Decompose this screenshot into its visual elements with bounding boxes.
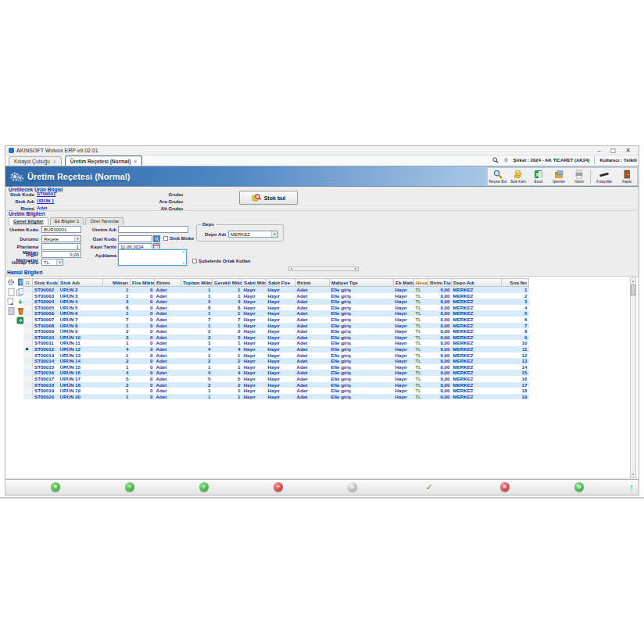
table-row[interactable]: ST00020ÜRÜN 2010Adet11HayırHayırAdetElle…: [23, 394, 529, 400]
column-header[interactable]: Ek Maliyet: [394, 279, 414, 287]
stok-adi-link[interactable]: ÜRÜN 1: [37, 199, 54, 203]
table-row[interactable]: ST00007ÜRÜN 770Adet77HayırHayırAdetElle …: [23, 317, 529, 323]
refresh-records-button[interactable]: ↻: [574, 482, 584, 492]
column-header[interactable]: Gerekli Miktar: [213, 279, 242, 287]
table-row[interactable]: ST00017ÜRÜN 1750Adet55HayırHayırAdetElle…: [23, 376, 529, 382]
table-row[interactable]: ST00016ÜRÜN 1640Adet44HayırHayırAdetElle…: [23, 370, 529, 376]
cell: TL: [414, 382, 428, 388]
stok-bloke-checkbox[interactable]: [163, 236, 168, 241]
table-row[interactable]: ST00005ÜRÜN 580Adet88HayırHayırAdetElle …: [23, 305, 529, 311]
cancel-record-button[interactable]: ✕: [500, 482, 510, 492]
recete-bul-button[interactable]: Reçete Bul: [488, 168, 508, 185]
ozel-kodu-input[interactable]: [118, 235, 152, 242]
planlama-input[interactable]: [41, 243, 81, 250]
cell: ST00006: [33, 310, 59, 317]
cell: Hayır: [267, 376, 295, 382]
islemler-button[interactable]: İşlemler: [549, 168, 569, 185]
horizontal-scrollbar[interactable]: ◄ ►: [288, 267, 359, 271]
settings-icon[interactable]: [7, 278, 15, 286]
delete-record-button[interactable]: −: [274, 482, 283, 492]
scrollbar-thumb[interactable]: [631, 284, 635, 295]
table-row[interactable]: ST00004ÜRÜN 430Adet33HayırHayırAdetElle …: [23, 299, 529, 305]
previous-record-button[interactable]: ‹: [125, 482, 134, 492]
uretim-kodu-input[interactable]: [41, 226, 81, 233]
column-header[interactable]: Sıra No: [502, 279, 529, 287]
notification-icon[interactable]: [503, 157, 509, 163]
minimize-button[interactable]: –: [597, 147, 600, 155]
tab-uretim-recetesi[interactable]: Üretim Reçetesi (Normal) ×: [65, 156, 142, 166]
column-header[interactable]: Birimi: [155, 279, 181, 287]
search-icon[interactable]: [492, 157, 499, 163]
kapat-button[interactable]: Kapat: [617, 168, 637, 185]
import-record-icon[interactable]: [7, 298, 15, 306]
column-header[interactable]: Depo Adı: [452, 279, 502, 287]
durumu-combo[interactable]: Reçete ▼: [41, 235, 81, 242]
scroll-top-button[interactable]: ↑: [627, 482, 636, 492]
table-row[interactable]: ST00002ÜRÜN 210Adet11HayırHayırAdetElle …: [23, 287, 529, 293]
tab-ek-bilgiler-1[interactable]: Ek Bilgiler 1: [50, 217, 84, 225]
uretim-adi-input[interactable]: [118, 226, 188, 233]
column-header[interactable]: Sabit Miktar: [242, 279, 267, 287]
company-label[interactable]: Şirket : 2024 - AK TİCARET (AK24): [513, 158, 590, 163]
tab-kisayol-cubugu[interactable]: Kısayol Çubuğu ×: [9, 156, 62, 166]
aciklama-textarea[interactable]: [118, 249, 187, 266]
table-row[interactable]: ST00018ÜRÜN 1820Adet22HayırHayırAdetElle…: [23, 382, 529, 388]
table-row[interactable]: ST00010ÜRÜN 1030Adet33HayırHayırAdetElle…: [23, 335, 529, 341]
column-header[interactable]: Hesap: [414, 279, 428, 287]
column-header[interactable]: Miktarı: [103, 279, 131, 287]
cell: 5: [213, 376, 242, 382]
table-row[interactable]: ST00019ÜRÜN 1910Adet11HayırHayırAdetElle…: [23, 388, 529, 394]
table-row[interactable]: ST00015ÜRÜN 1510Adet11HayırHayırAdetElle…: [23, 364, 529, 370]
column-header[interactable]: Sabit Fire: [267, 279, 295, 287]
column-header[interactable]: Fire Miktarı: [131, 279, 155, 287]
close-button[interactable]: ✕: [625, 147, 631, 155]
production-tabs: Genel Bilgiler Ek Bilgiler 1 Özel Tanıml…: [9, 217, 123, 225]
stok-bul-button[interactable]: Stok bul: [239, 191, 298, 205]
stok-kodu-link[interactable]: ST00001: [37, 191, 55, 196]
transfer-record-icon[interactable]: [7, 307, 15, 315]
edit-record-button[interactable]: •: [348, 482, 357, 492]
cell: ÜRÜN 15: [59, 364, 103, 370]
subelerde-ortak-kullan-checkbox[interactable]: [192, 259, 197, 263]
new-record-icon[interactable]: [7, 288, 15, 296]
table-row[interactable]: ▶ST00012ÜRÜN 1240Adet44HayırHayırAdetEll…: [23, 346, 529, 352]
column-header[interactable]: Birimi: [295, 279, 330, 287]
scroll-up-icon[interactable]: ▲: [631, 278, 635, 284]
cell: Adet: [295, 364, 330, 370]
save-record-button[interactable]: ✓: [424, 482, 434, 492]
kayit-tarihi-label: Kayıt Tarihi: [82, 244, 116, 249]
column-header[interactable]: Toplam Miktar: [181, 279, 213, 287]
tab-ozel-tanimlar[interactable]: Özel Tanımlar: [85, 217, 123, 225]
ozel-kodu-browse-button[interactable]: [153, 235, 160, 242]
table-row[interactable]: ST00011ÜRÜN 1110Adet11HayırHayırAdetElle…: [23, 340, 529, 346]
table-row[interactable]: ST00003ÜRÜN 310Adet11HayırHayırAdetElle …: [23, 293, 529, 299]
scroll-left-icon[interactable]: ◄: [290, 267, 292, 270]
column-header[interactable]: Stok Adı: [59, 279, 103, 287]
user-label[interactable]: Kullanıcı : Yetkili: [599, 158, 637, 163]
kisayollar-button[interactable]: Kısayollar: [592, 168, 617, 185]
table-row[interactable]: ST00013ÜRÜN 1310Adet11HayırHayırAdetElle…: [23, 352, 529, 359]
tab-genel-bilgiler[interactable]: Genel Bilgiler: [9, 217, 48, 225]
column-header[interactable]: Maliyet Tipi: [330, 279, 394, 287]
tab-close-icon[interactable]: ×: [53, 159, 56, 164]
depo-adi-combo[interactable]: MERKEZ ▼: [228, 231, 278, 238]
table-row[interactable]: ST00014ÜRÜN 1420Adet22HayırHayırAdetElle…: [23, 358, 529, 364]
stok-karti-button[interactable]: Stok Kartı: [508, 168, 528, 185]
yazdir-button[interactable]: Yazdır: [569, 168, 589, 185]
excel-button[interactable]: X Excel: [528, 168, 549, 185]
tab-close-icon[interactable]: ×: [134, 159, 137, 164]
scroll-right-icon[interactable]: ►: [355, 267, 357, 270]
column-header[interactable]: Stok Kodu: [33, 279, 59, 287]
first-record-button[interactable]: «: [51, 482, 60, 492]
hesap-turu-combo[interactable]: TL ▼: [41, 259, 63, 266]
scroll-down-icon[interactable]: ▼: [631, 471, 635, 477]
maximize-button[interactable]: ▢: [610, 147, 617, 155]
table-row[interactable]: ST00008ÜRÜN 810Adet11HayırHayırAdetElle …: [23, 323, 529, 329]
table-row[interactable]: ST00009ÜRÜN 920Adet22HayırHayırAdetElle …: [23, 328, 529, 335]
next-record-button[interactable]: ›: [199, 482, 209, 492]
textarea-scrollbar[interactable]: ▲▼: [181, 250, 186, 265]
diger-maliyetler-input[interactable]: [41, 251, 81, 258]
column-header[interactable]: Birim Fiyatı: [428, 279, 452, 287]
table-row[interactable]: ST00006ÜRÜN 610Adet11HayırHayırAdetElle …: [23, 310, 529, 317]
vertical-scrollbar[interactable]: ▲ ▼: [630, 277, 636, 478]
